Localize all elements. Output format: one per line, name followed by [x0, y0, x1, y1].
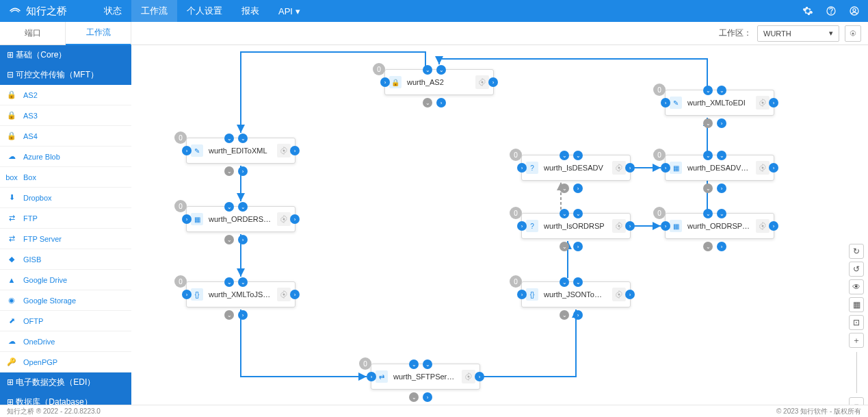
nav-workflow[interactable]: 工作流 [131, 0, 177, 22]
fit-button[interactable]: ⊡ [849, 315, 864, 330]
sidebar-item-as4[interactable]: 🔒AS4 [0, 126, 131, 147]
port-in-left[interactable]: › [517, 163, 527, 173]
sidebar-cat-db[interactable]: ⊞ 数据库（Database） [0, 392, 131, 405]
port-out-right[interactable]: › [625, 163, 635, 173]
port-in-left[interactable]: › [661, 163, 670, 173]
node-settings-button[interactable] [612, 161, 626, 175]
nav-api[interactable]: API ▾ [269, 0, 310, 22]
node-as2[interactable]: 0🔒wurth_AS2⌄⌄⌄››› [384, 69, 494, 95]
node-settings-button[interactable] [462, 370, 475, 383]
port-out-true[interactable]: › [717, 118, 726, 128]
zoom-out-button[interactable]: − [849, 397, 864, 405]
port-in-top-2[interactable]: ⌄ [573, 277, 583, 287]
workspace-select[interactable]: WURTH ▾ [757, 25, 839, 42]
node-settings-button[interactable] [612, 288, 626, 301]
port-in-top-2[interactable]: ⌄ [717, 151, 726, 160]
port-out-false[interactable]: ⌄ [560, 184, 569, 193]
sidebar-item-box[interactable]: boxBox [0, 167, 131, 188]
node-xmltoedi[interactable]: 0✎wurth_XMLToEDI⌄⌄⌄››› [665, 90, 774, 116]
sidebar-item-openpgp[interactable]: 🔑OpenPGP [0, 352, 131, 372]
nav-settings[interactable]: 个人设置 [177, 0, 232, 22]
node-settings-button[interactable] [277, 288, 291, 301]
port-in-left[interactable]: › [182, 146, 192, 155]
port-out-true[interactable]: › [573, 310, 583, 320]
port-out-true[interactable]: › [573, 184, 583, 193]
sidebar-cat-edi[interactable]: ⊞ 电子数据交换（EDI） [0, 372, 131, 392]
port-out-true[interactable]: › [238, 235, 248, 244]
port-out-true[interactable]: › [717, 242, 726, 251]
port-in-top-2[interactable]: ⌄ [717, 86, 726, 95]
sidebar-item-ftp-server[interactable]: ⇄FTP Server [0, 229, 131, 249]
sidebar-item-oftp[interactable]: ⬈OFTP [0, 311, 131, 331]
node-sftp[interactable]: 0⇄wurth_SFTPServer⌄⌄⌄››› [371, 364, 480, 390]
port-in-top-2[interactable]: ⌄ [573, 209, 583, 218]
port-out-false[interactable]: ⌄ [560, 310, 569, 320]
sidebar-item-onedrive[interactable]: ☁OneDrive [0, 331, 131, 352]
port-in-left[interactable]: › [661, 98, 670, 108]
sidebar-cat-core[interactable]: ⊞ 基础（Core） [0, 45, 131, 65]
port-out-right[interactable]: › [290, 214, 300, 224]
node-settings-button[interactable] [612, 219, 626, 233]
nav-report[interactable]: 报表 [232, 0, 269, 22]
port-out-false[interactable]: ⌄ [224, 310, 234, 320]
port-in-left[interactable]: › [380, 77, 390, 87]
port-in-top-1[interactable]: ⌄ [703, 151, 713, 160]
port-in-top-2[interactable]: ⌄ [238, 202, 248, 212]
port-in-top-1[interactable]: ⌄ [560, 151, 569, 160]
sidebar-cat-mft[interactable]: ⊟ 可控文件传输（MFT） [0, 65, 131, 85]
workspace-settings-button[interactable] [845, 25, 861, 42]
gear-icon[interactable] [802, 5, 813, 16]
port-in-left[interactable]: › [182, 290, 192, 299]
sidebar-item-gisb[interactable]: ◆GISB [0, 249, 131, 270]
tab-workflow[interactable]: 工作流 [66, 22, 131, 45]
port-in-left[interactable]: › [517, 221, 527, 231]
port-in-top-2[interactable]: ⌄ [423, 359, 432, 369]
port-out-right[interactable]: › [290, 146, 300, 155]
sidebar-item-google-drive[interactable]: ▲Google Drive [0, 270, 131, 290]
node-xmltojson[interactable]: 0{}wurth_XMLToJSON⌄⌄⌄››› [186, 281, 295, 307]
sidebar-item-dropbox[interactable]: ⬇Dropbox [0, 188, 131, 208]
node-desadv_out[interactable]: 0▦wurth_DESADV_Out⌄⌄⌄››› [665, 155, 774, 181]
node-settings-button[interactable] [475, 75, 489, 89]
port-in-top-2[interactable]: ⌄ [573, 151, 583, 160]
grid-button[interactable]: ▦ [849, 297, 864, 312]
port-in-top-2[interactable]: ⌄ [238, 134, 248, 143]
port-in-left[interactable]: › [367, 372, 376, 381]
port-out-false[interactable]: ⌄ [423, 98, 432, 108]
sidebar-item-as3[interactable]: 🔒AS3 [0, 105, 131, 126]
port-out-false[interactable]: ⌄ [703, 242, 713, 251]
zoom-slider[interactable] [856, 352, 857, 393]
port-in-top-1[interactable]: ⌄ [409, 359, 419, 369]
refresh-button[interactable]: ↻ [849, 244, 864, 259]
node-settings-button[interactable] [756, 161, 770, 175]
port-in-left[interactable]: › [661, 221, 670, 231]
port-out-true[interactable]: › [436, 98, 446, 108]
port-out-right[interactable]: › [625, 221, 635, 231]
node-settings-button[interactable] [277, 144, 291, 157]
help-icon[interactable] [826, 5, 837, 16]
port-in-top-1[interactable]: ⌄ [224, 134, 234, 143]
port-out-true[interactable]: › [573, 242, 583, 251]
port-out-false[interactable]: ⌄ [224, 235, 234, 244]
undo-button[interactable]: ↺ [849, 262, 864, 277]
zoom-in-button[interactable]: ＋ [849, 333, 864, 348]
workflow-canvas[interactable]: 0🔒wurth_AS2⌄⌄⌄›››0✎wurth_EDIToXML⌄⌄⌄›››0… [131, 45, 868, 405]
node-ordrsp_out[interactable]: 0▦wurth_ORDRSP_O...⌄⌄⌄››› [665, 213, 774, 239]
port-out-false[interactable]: ⌄ [703, 184, 713, 193]
sidebar-item-google-storage[interactable]: ◉Google Storage [0, 290, 131, 311]
port-out-true[interactable]: › [238, 166, 248, 176]
port-in-top-1[interactable]: ⌄ [560, 209, 569, 218]
port-in-top-1[interactable]: ⌄ [703, 209, 713, 218]
sidebar-item-ftp[interactable]: ⇄FTP [0, 208, 131, 229]
sidebar-item-as2[interactable]: 🔒AS2 [0, 85, 131, 105]
port-in-top-1[interactable]: ⌄ [560, 277, 569, 287]
port-out-right[interactable]: › [290, 290, 300, 299]
port-out-right[interactable]: › [769, 221, 778, 231]
node-orders_in[interactable]: 0▦wurth_ORDERS_In⌄⌄⌄››› [186, 206, 295, 232]
port-out-right[interactable]: › [625, 290, 635, 299]
port-in-top-2[interactable]: ⌄ [717, 209, 726, 218]
node-settings-button[interactable] [756, 219, 770, 233]
port-in-top-1[interactable]: ⌄ [224, 277, 234, 287]
port-out-right[interactable]: › [475, 372, 484, 381]
port-in-top-1[interactable]: ⌄ [703, 86, 713, 95]
